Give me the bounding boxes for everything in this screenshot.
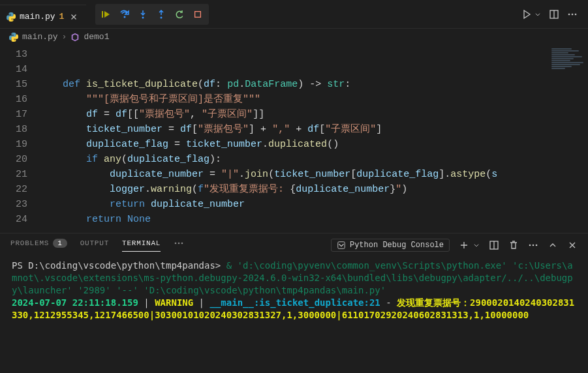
terminal-content[interactable]: PS D:\coding\vscode\python\tmp4pandas> &… xyxy=(0,257,588,373)
split-editor-button[interactable] xyxy=(549,9,559,20)
step-out-button[interactable] xyxy=(153,7,170,22)
close-tab-button[interactable] xyxy=(68,11,80,23)
svg-point-2 xyxy=(142,16,144,18)
terminal-dropdown-icon[interactable] xyxy=(473,242,480,248)
minimap[interactable] xyxy=(549,46,588,233)
tab-filename: main.py xyxy=(20,12,55,22)
svg-rect-13 xyxy=(338,242,345,249)
svg-point-7 xyxy=(568,13,570,15)
terminal-select[interactable]: Python Debug Console xyxy=(331,239,450,252)
step-over-button[interactable] xyxy=(116,7,133,22)
panel-tabs: PROBLEMS 1 OUTPUT TERMINAL Python Debug … xyxy=(0,233,588,257)
kill-terminal-button[interactable] xyxy=(508,240,519,250)
log-location: __main__:is_ticket_duplicate:21 xyxy=(209,297,380,308)
titlebar: main.py 1 xyxy=(0,0,588,29)
breadcrumb[interactable]: main.py › demo1 xyxy=(0,29,588,46)
continue-pause-button[interactable] xyxy=(98,7,115,22)
restart-button[interactable] xyxy=(171,7,188,22)
log-level: WARNING xyxy=(155,297,193,308)
tab-modified-indicator: 1 xyxy=(59,12,65,22)
tab-output[interactable]: OUTPUT xyxy=(80,239,109,252)
svg-point-10 xyxy=(175,242,177,244)
breadcrumb-file[interactable]: main.py xyxy=(22,32,58,42)
stop-button[interactable] xyxy=(189,7,206,22)
svg-point-9 xyxy=(575,13,577,15)
new-terminal-button[interactable] xyxy=(459,240,469,250)
svg-point-1 xyxy=(124,16,126,18)
editor-tabs: main.py 1 xyxy=(0,0,86,28)
log-timestamp: 2024-07-07 22:11:18.159 xyxy=(12,297,138,308)
close-panel-button[interactable] xyxy=(567,240,578,250)
more-actions-button[interactable] xyxy=(567,9,578,20)
tab-terminal[interactable]: TERMINAL xyxy=(122,239,161,252)
panel-more-button[interactable] xyxy=(528,240,538,250)
code-content[interactable]: def is_ticket_duplicate(df: pd.DataFrame… xyxy=(39,46,588,233)
run-button[interactable] xyxy=(521,9,532,20)
problems-count-badge: 1 xyxy=(53,239,67,248)
svg-point-12 xyxy=(181,242,183,244)
svg-point-3 xyxy=(161,16,162,18)
python-file-icon xyxy=(9,33,18,42)
more-tabs-button[interactable] xyxy=(174,238,184,253)
svg-rect-4 xyxy=(195,11,201,17)
tab-problems[interactable]: PROBLEMS 1 xyxy=(10,239,67,252)
breadcrumb-symbol[interactable]: demo1 xyxy=(84,32,109,42)
step-into-button[interactable] xyxy=(134,7,151,22)
terminal-prompt: PS D:\coding\vscode\python\tmp4pandas> xyxy=(12,260,226,271)
chevron-down-icon[interactable] xyxy=(534,11,541,18)
svg-point-17 xyxy=(533,245,534,246)
tab-main-py[interactable]: main.py 1 xyxy=(0,5,86,28)
python-file-icon xyxy=(7,12,16,22)
symbol-namespace-icon xyxy=(70,33,80,42)
svg-point-16 xyxy=(529,245,531,246)
editor[interactable]: 131415161718192021222324 def is_ticket_d… xyxy=(0,46,588,233)
split-terminal-button[interactable] xyxy=(489,240,499,250)
svg-rect-0 xyxy=(102,11,103,18)
editor-actions xyxy=(521,9,588,20)
breadcrumb-sep-icon: › xyxy=(62,32,67,42)
line-numbers: 131415161718192021222324 xyxy=(0,46,39,233)
svg-point-8 xyxy=(572,13,574,15)
debug-icon xyxy=(337,241,346,250)
svg-point-11 xyxy=(178,242,180,244)
maximize-panel-button[interactable] xyxy=(548,240,558,250)
panel: PROBLEMS 1 OUTPUT TERMINAL Python Debug … xyxy=(0,233,588,373)
svg-point-18 xyxy=(536,245,538,246)
debug-toolbar xyxy=(95,4,209,25)
